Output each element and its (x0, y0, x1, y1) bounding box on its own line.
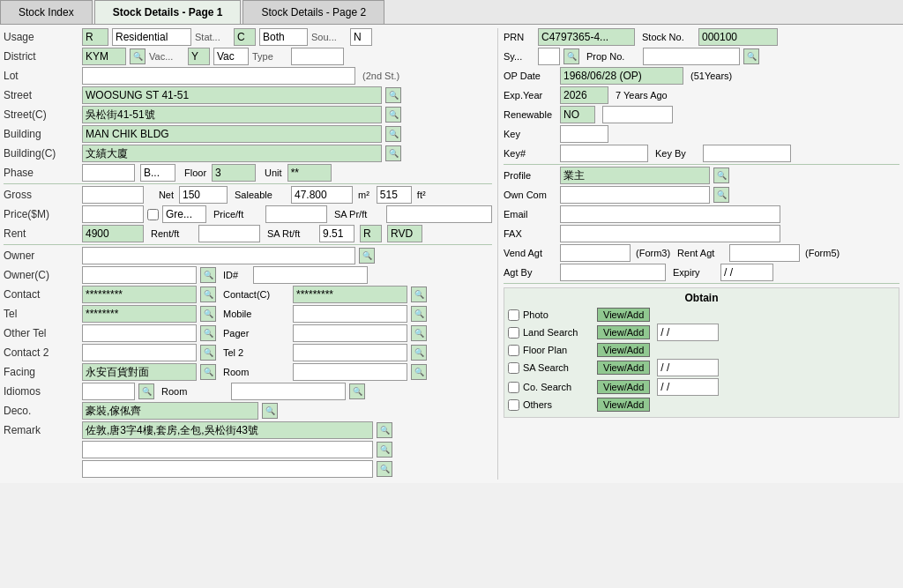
contact-c-input[interactable] (293, 286, 407, 303)
sartft-input[interactable] (319, 225, 354, 242)
contact2-input[interactable] (82, 344, 197, 361)
building-c-search-btn[interactable]: 🔍 (385, 145, 401, 161)
sou-input[interactable] (350, 28, 372, 46)
own-com-search-btn[interactable]: 🔍 (713, 187, 729, 203)
street-search-btn[interactable]: 🔍 (385, 87, 401, 103)
renewable-extra[interactable] (602, 106, 673, 123)
street-c-input[interactable] (82, 106, 382, 123)
op-date-input[interactable] (560, 67, 683, 85)
mobile-input[interactable] (293, 305, 407, 323)
gre-input[interactable] (162, 205, 206, 223)
sa-search-val-input[interactable] (657, 359, 719, 376)
owner-search-btn[interactable]: 🔍 (359, 248, 375, 264)
vac-input[interactable] (213, 48, 249, 65)
expiry-input[interactable] (720, 264, 773, 281)
key-hash-input[interactable] (560, 145, 648, 162)
co-search-view-add-btn[interactable]: View/Add (597, 380, 650, 394)
other-tel-search-btn[interactable]: 🔍 (200, 325, 216, 341)
contact-input[interactable] (82, 286, 197, 303)
building-search-btn[interactable]: 🔍 (385, 126, 401, 142)
land-search-view-add-btn[interactable]: View/Add (597, 325, 650, 339)
rvd-input[interactable] (387, 225, 422, 242)
building-c-input[interactable] (82, 145, 382, 162)
usage-desc-input[interactable] (112, 28, 191, 46)
contact2-search-btn[interactable]: 🔍 (200, 345, 216, 361)
floor-plan-view-add-btn[interactable]: View/Add (597, 343, 650, 357)
pager-search-btn[interactable]: 🔍 (411, 325, 427, 341)
building-input[interactable] (82, 125, 382, 143)
exp-year-input[interactable] (560, 86, 608, 104)
key-input[interactable] (560, 125, 608, 143)
email-input[interactable] (560, 205, 780, 223)
stat-code-input[interactable] (234, 28, 256, 46)
room-input[interactable] (293, 363, 407, 381)
floor-input[interactable] (212, 164, 256, 182)
room2-input[interactable] (231, 383, 346, 400)
tab-stock-details-2[interactable]: Stock Details - Page 2 (243, 0, 384, 24)
idiomos-input[interactable] (82, 383, 135, 400)
remark3-search-btn[interactable]: 🔍 (377, 461, 392, 477)
rentft-input[interactable] (198, 225, 260, 242)
mobile-search-btn[interactable]: 🔍 (411, 306, 427, 322)
stock-no-input[interactable] (698, 28, 778, 46)
floor-plan-checkbox[interactable] (508, 345, 519, 356)
own-com-input[interactable] (560, 186, 710, 204)
land-search-checkbox[interactable] (508, 327, 519, 339)
price-input[interactable] (82, 205, 144, 223)
other-tel-input[interactable] (82, 324, 197, 342)
prop-no-input[interactable] (643, 48, 740, 65)
room-search-btn[interactable]: 🔍 (411, 364, 427, 380)
land-search-val-input[interactable] (657, 324, 719, 341)
owner-c-input[interactable] (82, 266, 197, 284)
idiomos-search-btn[interactable]: 🔍 (138, 383, 154, 399)
tel2-input[interactable] (293, 344, 407, 361)
fax-input[interactable] (560, 225, 780, 242)
ft2-input[interactable] (377, 186, 412, 204)
renewable-input[interactable] (560, 106, 595, 123)
profile-search-btn[interactable]: 🔍 (713, 167, 729, 183)
district-code-input[interactable] (82, 48, 126, 65)
saleable-input[interactable] (291, 186, 353, 204)
remark2-search-btn[interactable]: 🔍 (377, 442, 392, 458)
pager-input[interactable] (293, 324, 407, 342)
agt-by-input[interactable] (560, 264, 666, 281)
contact-search-btn[interactable]: 🔍 (200, 287, 216, 302)
remark-search-btn[interactable]: 🔍 (377, 422, 392, 438)
lot-input[interactable] (82, 67, 355, 85)
sy-search-btn[interactable]: 🔍 (563, 48, 579, 64)
district-search-btn[interactable]: 🔍 (130, 48, 146, 64)
vend-agt-input[interactable] (560, 244, 631, 262)
facing-search-btn[interactable]: 🔍 (200, 364, 216, 380)
net-input[interactable] (179, 186, 228, 204)
tel2-search-btn[interactable]: 🔍 (411, 345, 427, 361)
co-search-checkbox[interactable] (508, 382, 519, 393)
tab-stock-details-1[interactable]: Stock Details - Page 1 (94, 0, 242, 24)
rent-input[interactable] (82, 225, 144, 242)
phase-b-input[interactable] (140, 164, 175, 182)
remark-input[interactable] (82, 421, 373, 439)
id-input[interactable] (253, 266, 368, 284)
street-c-search-btn[interactable]: 🔍 (385, 107, 401, 123)
gre-checkbox[interactable] (147, 209, 159, 220)
owner-c-search-btn[interactable]: 🔍 (200, 267, 216, 283)
remark2-input[interactable] (82, 441, 373, 458)
sy-input[interactable] (538, 48, 560, 65)
rent-agt-input[interactable] (729, 244, 800, 262)
photo-checkbox[interactable] (508, 309, 519, 321)
sas-input[interactable] (360, 225, 382, 242)
tel-input[interactable] (82, 305, 197, 323)
others-view-add-btn[interactable]: View/Add (597, 398, 650, 412)
facing-input[interactable] (82, 363, 197, 381)
saprft-input[interactable] (386, 205, 492, 223)
deco-input[interactable] (82, 402, 258, 420)
room2-search-btn[interactable]: 🔍 (349, 383, 365, 399)
unit-input[interactable] (287, 164, 332, 182)
others-checkbox[interactable] (508, 399, 519, 411)
usage-code-input[interactable] (82, 28, 108, 46)
co-search-val-input[interactable] (657, 378, 719, 396)
key-by-input[interactable] (703, 145, 791, 162)
priceft-input[interactable] (265, 205, 327, 223)
prop-no-search-btn[interactable]: 🔍 (743, 48, 759, 64)
tel-search-btn[interactable]: 🔍 (200, 306, 216, 322)
phase-input[interactable] (82, 164, 135, 182)
